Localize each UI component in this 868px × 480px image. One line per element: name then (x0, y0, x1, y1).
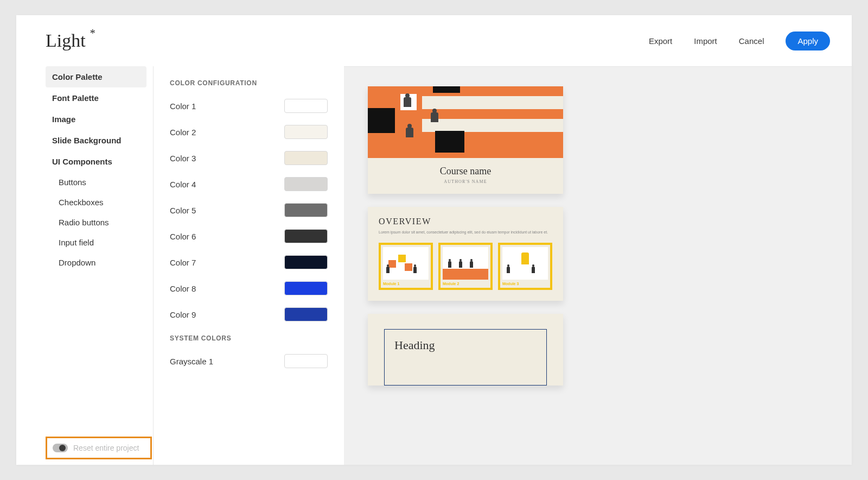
color-row-6: Color 6 (170, 229, 328, 243)
color-swatch-9[interactable] (284, 307, 328, 321)
color-swatch-1[interactable] (284, 99, 328, 113)
system-swatch-1[interactable] (284, 354, 328, 368)
color-label: Color 6 (170, 232, 196, 241)
preview-column: Course name AUTHOR'S NAME OVERVIEW Lorem… (344, 66, 852, 465)
color-row-7: Color 7 (170, 255, 328, 269)
color-row-4: Color 4 (170, 177, 328, 191)
preview-heading-box: Heading (384, 329, 547, 386)
color-label: Color 5 (170, 206, 196, 215)
page-title: Light * (46, 30, 86, 51)
sidebar-item-image[interactable]: Image (46, 109, 146, 130)
header: Light * Export Import Cancel Apply (16, 15, 852, 66)
sidebar-sub-radio-buttons[interactable]: Radio buttons (46, 212, 146, 232)
color-row-9: Color 9 (170, 307, 328, 321)
theme-editor-panel: Light * Export Import Cancel Apply Color… (16, 15, 852, 465)
preview-module-1: Module 1 (379, 243, 433, 290)
preview-module-3: Module 3 (498, 243, 552, 290)
preview-card-heading: Heading (368, 314, 563, 386)
sidebar-item-color-palette[interactable]: Color Palette (46, 66, 146, 87)
color-swatch-3[interactable] (284, 151, 328, 165)
color-label: Color 3 (170, 154, 196, 163)
color-row-1: Color 1 (170, 99, 328, 113)
preview-overview-title: OVERVIEW (379, 217, 552, 226)
color-label: Color 1 (170, 102, 196, 111)
color-row-3: Color 3 (170, 151, 328, 165)
preview-course-name: Course name (373, 166, 558, 177)
reset-toggle[interactable] (53, 444, 68, 452)
export-button[interactable]: Export (649, 36, 672, 46)
reset-project-highlight: Reset entire project (46, 437, 152, 459)
apply-button[interactable]: Apply (786, 31, 830, 50)
sidebar-sub-buttons[interactable]: Buttons (46, 172, 146, 192)
sidebar-sub-input-field[interactable]: Input field (46, 232, 146, 252)
color-label: Color 2 (170, 128, 196, 137)
color-label: Color 8 (170, 284, 196, 293)
color-swatch-7[interactable] (284, 255, 328, 269)
title-text: Light (46, 30, 86, 50)
sidebar-item-ui-components[interactable]: UI Components (46, 151, 146, 172)
color-configuration-column: COLOR CONFIGURATION Color 1 Color 2 Colo… (153, 66, 344, 465)
color-swatch-6[interactable] (284, 229, 328, 243)
section-title-color-config: COLOR CONFIGURATION (170, 79, 328, 87)
preview-card-course: Course name AUTHOR'S NAME (368, 86, 563, 194)
cancel-button[interactable]: Cancel (739, 36, 764, 46)
module-caption: Module 2 (443, 282, 488, 286)
preview-card-overview: OVERVIEW Lorem ipsum dolor sit amet, con… (368, 207, 563, 301)
reset-label: Reset entire project (73, 444, 139, 452)
color-label: Color 4 (170, 180, 196, 189)
system-color-row-1: Grayscale 1 (170, 354, 328, 368)
color-label: Grayscale 1 (170, 357, 213, 366)
sidebar-item-font-palette[interactable]: Font Palette (46, 87, 146, 109)
color-label: Color 7 (170, 258, 196, 267)
header-actions: Export Import Cancel Apply (649, 31, 830, 50)
preview-module-2: Module 2 (438, 243, 493, 290)
color-swatch-2[interactable] (284, 125, 328, 139)
module-caption: Module 1 (383, 282, 429, 286)
color-row-8: Color 8 (170, 281, 328, 295)
color-swatch-4[interactable] (284, 177, 328, 191)
preview-hero-graphic (368, 86, 563, 158)
color-swatch-8[interactable] (284, 281, 328, 295)
import-button[interactable]: Import (694, 36, 717, 46)
preview-author-name: AUTHOR'S NAME (373, 179, 558, 184)
color-row-2: Color 2 (170, 125, 328, 139)
color-label: Color 9 (170, 310, 196, 319)
section-title-system-colors: SYSTEM COLORS (170, 334, 328, 342)
module-caption: Module 3 (502, 282, 548, 286)
sidebar-sub-checkboxes[interactable]: Checkboxes (46, 192, 146, 212)
sidebar-sub-dropdown[interactable]: Dropdown (46, 252, 146, 273)
color-swatch-5[interactable] (284, 203, 328, 217)
preview-overview-lorem: Lorem ipsum dolor sit amet, consectetuer… (379, 230, 552, 235)
sidebar-item-slide-background[interactable]: Slide Background (46, 130, 146, 151)
color-row-5: Color 5 (170, 203, 328, 217)
sidebar: Color Palette Font Palette Image Slide B… (16, 66, 153, 465)
dirty-indicator: * (90, 27, 95, 40)
